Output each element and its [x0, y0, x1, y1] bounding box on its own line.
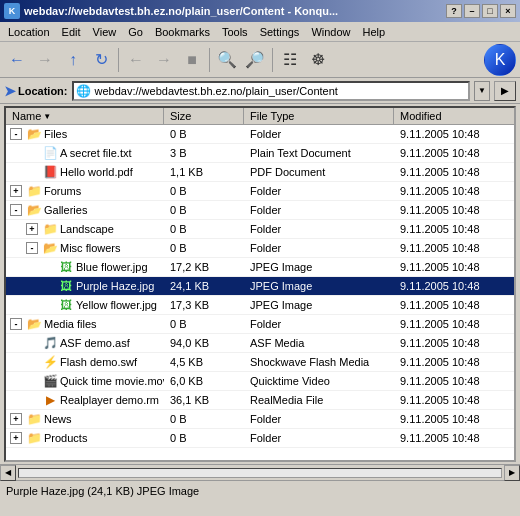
table-row[interactable]: 📕 Hello world.pdf 1,1 KB PDF Document 9.… [6, 163, 514, 182]
menu-view[interactable]: View [87, 24, 123, 40]
file-icon: 📁 [26, 411, 42, 427]
table-row[interactable]: - 📂 Media files 0 B Folder 9.11.2005 10:… [6, 315, 514, 334]
maximize-button[interactable]: □ [482, 4, 498, 18]
next-page-button[interactable]: → [151, 47, 177, 73]
view-icons-button[interactable]: ☷ [277, 47, 303, 73]
search-big-button[interactable]: 🔎 [242, 47, 268, 73]
table-row[interactable]: - 📂 Galleries 0 B Folder 9.11.2005 10:48 [6, 201, 514, 220]
table-row[interactable]: - 📂 Misc flowers 0 B Folder 9.11.2005 10… [6, 239, 514, 258]
table-row[interactable]: 🖼 Purple Haze.jpg 24,1 KB JPEG Image 9.1… [6, 277, 514, 296]
expand-icon[interactable]: + [26, 223, 38, 235]
location-icon: ➤ [4, 83, 16, 99]
table-row[interactable]: 🎬 Quick time movie.mov 6,0 KB Quicktime … [6, 372, 514, 391]
table-row[interactable]: 📄 A secret file.txt 3 B Plain Text Docum… [6, 144, 514, 163]
file-name: Products [44, 432, 87, 444]
menu-location[interactable]: Location [2, 24, 56, 40]
expand-icon[interactable]: - [10, 204, 22, 216]
file-icon: 🎵 [42, 335, 58, 351]
menu-tools[interactable]: Tools [216, 24, 254, 40]
hscroll-right-button[interactable]: ▶ [504, 465, 520, 481]
menu-bookmarks[interactable]: Bookmarks [149, 24, 216, 40]
prev-page-icon: ← [128, 51, 144, 69]
table-row[interactable]: ⚡ Flash demo.swf 4,5 KB Shockwave Flash … [6, 353, 514, 372]
help-button[interactable]: ? [446, 4, 462, 18]
file-name: Yellow flower.jpg [76, 299, 157, 311]
header-name[interactable]: Name ▼ [6, 108, 164, 124]
prev-page-button[interactable]: ← [123, 47, 149, 73]
expand-icon[interactable]: + [10, 413, 22, 425]
table-row[interactable]: 🎵 ASF demo.asf 94,0 KB ASF Media 9.11.20… [6, 334, 514, 353]
table-row[interactable]: + 📁 Products 0 B Folder 9.11.2005 10:48 [6, 429, 514, 448]
expand-icon[interactable]: - [10, 318, 22, 330]
view-list-button[interactable]: ☸ [305, 47, 331, 73]
location-text: Location: [18, 85, 68, 97]
menu-settings[interactable]: Settings [254, 24, 306, 40]
file-name: Media files [44, 318, 97, 330]
file-icon: 📂 [42, 240, 58, 256]
table-row[interactable]: + 📁 News 0 B Folder 9.11.2005 10:48 [6, 410, 514, 429]
file-size: 1,1 KB [164, 163, 244, 181]
file-icon: 🖼 [58, 297, 74, 313]
table-row[interactable]: + 📁 Forums 0 B Folder 9.11.2005 10:48 [6, 182, 514, 201]
search-small-button[interactable]: 🔍 [214, 47, 240, 73]
header-filetype[interactable]: File Type [244, 108, 394, 124]
table-row[interactable]: 🖼 Yellow flower.jpg 17,3 KB JPEG Image 9… [6, 296, 514, 315]
file-size: 3 B [164, 144, 244, 162]
file-name: Purple Haze.jpg [76, 280, 154, 292]
table-row[interactable]: + 📁 Landscape 0 B Folder 9.11.2005 10:48 [6, 220, 514, 239]
header-size[interactable]: Size [164, 108, 244, 124]
file-modified: 9.11.2005 10:48 [394, 182, 514, 200]
menu-help[interactable]: Help [357, 24, 392, 40]
menu-edit[interactable]: Edit [56, 24, 87, 40]
close-button[interactable]: × [500, 4, 516, 18]
up-button[interactable]: ↑ [60, 47, 86, 73]
expand-icon[interactable]: - [10, 128, 22, 140]
table-row[interactable]: 🖼 Blue flower.jpg 17,2 KB JPEG Image 9.1… [6, 258, 514, 277]
search-small-icon: 🔍 [217, 50, 237, 69]
expand-icon[interactable]: + [10, 185, 22, 197]
file-name: Flash demo.swf [60, 356, 137, 368]
file-name-cell: 🖼 Purple Haze.jpg [6, 277, 164, 295]
table-row[interactable]: ▶ Realplayer demo.rm 36,1 KB RealMedia F… [6, 391, 514, 410]
file-name: Misc flowers [60, 242, 121, 254]
file-name: A secret file.txt [60, 147, 132, 159]
file-modified: 9.11.2005 10:48 [394, 429, 514, 447]
header-modified[interactable]: Modified [394, 108, 514, 124]
file-modified: 9.11.2005 10:48 [394, 201, 514, 219]
expand-icon[interactable]: + [10, 432, 22, 444]
hscroll-left-button[interactable]: ◀ [0, 465, 16, 481]
file-size: 0 B [164, 125, 244, 143]
file-modified: 9.11.2005 10:48 [394, 296, 514, 314]
location-go-button[interactable]: ▶ [494, 81, 516, 101]
file-size: 36,1 KB [164, 391, 244, 409]
filelist[interactable]: Name ▼ Size File Type Modified - 📂 Files… [4, 106, 516, 462]
stop-button[interactable]: ■ [179, 47, 205, 73]
menubar: Location Edit View Go Bookmarks Tools Se… [0, 22, 520, 42]
file-icon: ▶ [42, 392, 58, 408]
header-size-label: Size [170, 110, 191, 122]
reload-button[interactable]: ↻ [88, 47, 114, 73]
file-name: ASF demo.asf [60, 337, 130, 349]
menu-window[interactable]: Window [305, 24, 356, 40]
back-button[interactable]: ← [4, 47, 30, 73]
expand-icon[interactable]: - [26, 242, 38, 254]
horizontal-scrollbar[interactable]: ◀ ▶ [0, 464, 520, 480]
file-size: 94,0 KB [164, 334, 244, 352]
up-icon: ↑ [69, 51, 77, 69]
location-input-container[interactable]: 🌐 webdav://webdavtest.bh.ez.no/plain_use… [72, 81, 471, 101]
go-icon: ▶ [501, 85, 509, 96]
file-type: Folder [244, 239, 394, 257]
menu-go[interactable]: Go [122, 24, 149, 40]
file-name: Hello world.pdf [60, 166, 133, 178]
file-name-cell: - 📂 Galleries [6, 201, 164, 219]
next-page-icon: → [156, 51, 172, 69]
file-name: Blue flower.jpg [76, 261, 148, 273]
file-modified: 9.11.2005 10:48 [394, 144, 514, 162]
file-size: 17,3 KB [164, 296, 244, 314]
table-row[interactable]: - 📂 Files 0 B Folder 9.11.2005 10:48 [6, 125, 514, 144]
minimize-button[interactable]: – [464, 4, 480, 18]
forward-button[interactable]: → [32, 47, 58, 73]
location-dropdown-button[interactable]: ▼ [474, 81, 490, 101]
toolbar-separator-3 [272, 48, 273, 72]
titlebar-buttons[interactable]: ? – □ × [446, 4, 516, 18]
